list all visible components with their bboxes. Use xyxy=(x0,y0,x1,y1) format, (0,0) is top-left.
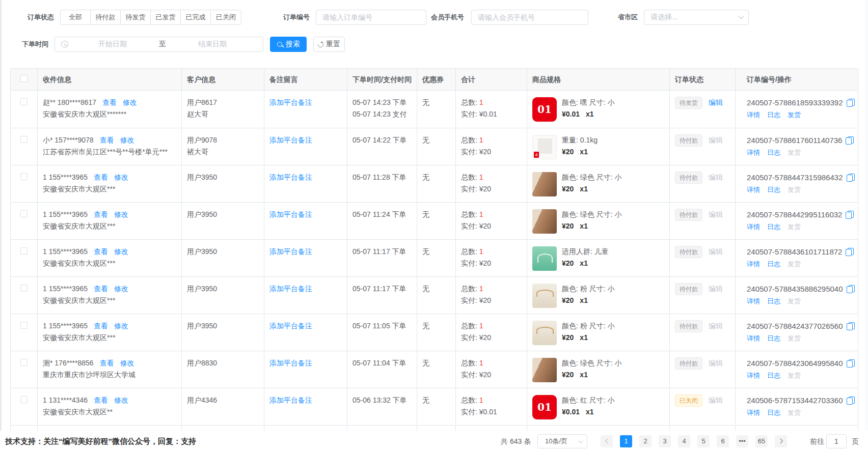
edit-order-link[interactable]: 编辑 xyxy=(709,396,723,404)
op-link-3[interactable]: 发货 xyxy=(788,409,801,416)
op-link-3[interactable]: 发货 xyxy=(788,111,801,119)
view-link[interactable]: 查看 xyxy=(94,322,108,330)
row-checkbox[interactable] xyxy=(20,210,28,217)
copy-icon[interactable] xyxy=(846,211,853,219)
op-link-1[interactable]: 详情 xyxy=(747,334,760,342)
view-link[interactable]: 查看 xyxy=(94,210,108,218)
op-link-2[interactable]: 日志 xyxy=(767,409,780,416)
modify-link[interactable]: 修改 xyxy=(114,285,128,293)
page-button-5[interactable]: 5 xyxy=(697,435,710,447)
next-page-button[interactable] xyxy=(775,435,787,447)
copy-icon[interactable] xyxy=(846,248,853,256)
op-link-1[interactable]: 详情 xyxy=(747,409,760,416)
modify-link[interactable]: 修改 xyxy=(114,396,128,404)
status-tab-待发货[interactable]: 待发货 xyxy=(121,10,151,24)
op-link-1[interactable]: 详情 xyxy=(747,372,760,379)
edit-order-link[interactable]: 编辑 xyxy=(709,210,723,218)
copy-icon[interactable] xyxy=(847,285,854,293)
copy-icon[interactable] xyxy=(847,397,854,405)
op-link-2[interactable]: 日志 xyxy=(767,111,780,119)
op-link-2[interactable]: 日志 xyxy=(767,372,780,379)
status-tab-已关闭[interactable]: 已关闭 xyxy=(211,10,241,24)
right-scrollbar-track[interactable] xyxy=(865,0,868,452)
status-tab-待付款[interactable]: 待付款 xyxy=(91,10,121,24)
add-remark-link[interactable]: 添加平台备注 xyxy=(269,396,312,404)
page-button-•••[interactable]: ••• xyxy=(736,435,748,447)
copy-icon[interactable] xyxy=(847,174,854,182)
modify-link[interactable]: 修改 xyxy=(120,359,134,367)
add-remark-link[interactable]: 添加平台备注 xyxy=(269,285,312,293)
modify-link[interactable]: 修改 xyxy=(120,136,134,144)
copy-icon[interactable] xyxy=(847,99,854,107)
page-button-3[interactable]: 3 xyxy=(659,435,671,447)
add-remark-link[interactable]: 添加平台备注 xyxy=(269,210,312,218)
op-link-1[interactable]: 详情 xyxy=(747,186,760,193)
view-link[interactable]: 查看 xyxy=(94,173,108,181)
add-remark-link[interactable]: 添加平台备注 xyxy=(269,322,312,330)
goto-page-input[interactable] xyxy=(826,434,847,448)
op-link-1[interactable]: 详情 xyxy=(747,223,760,231)
modify-link[interactable]: 修改 xyxy=(114,173,128,181)
view-link[interactable]: 查看 xyxy=(94,285,108,293)
op-link-1[interactable]: 详情 xyxy=(747,260,760,268)
row-checkbox[interactable] xyxy=(20,396,28,403)
op-link-2[interactable]: 日志 xyxy=(767,260,780,268)
add-remark-link[interactable]: 添加平台备注 xyxy=(269,173,312,181)
row-checkbox[interactable] xyxy=(20,322,28,329)
region-select[interactable]: 请选择... xyxy=(644,10,749,25)
page-button-6[interactable]: 6 xyxy=(717,435,729,447)
date-range-picker[interactable]: 开始日期 至 结束日期 xyxy=(55,37,263,52)
status-tab-已完成[interactable]: 已完成 xyxy=(181,10,211,24)
edit-order-link[interactable]: 编辑 xyxy=(709,359,723,367)
modify-link[interactable]: 修改 xyxy=(114,247,128,256)
op-link-3[interactable]: 发货 xyxy=(788,223,801,231)
modify-link[interactable]: 修改 xyxy=(123,98,137,106)
select-all-checkbox[interactable] xyxy=(20,75,28,82)
row-checkbox[interactable] xyxy=(20,173,28,180)
row-checkbox[interactable] xyxy=(20,285,28,292)
op-link-1[interactable]: 详情 xyxy=(747,297,760,305)
status-tab-已发货[interactable]: 已发货 xyxy=(151,10,181,24)
edit-order-link[interactable]: 编辑 xyxy=(709,98,723,106)
order-no-input[interactable] xyxy=(316,10,426,25)
prev-page-button[interactable] xyxy=(601,435,613,447)
edit-order-link[interactable]: 编辑 xyxy=(709,247,723,256)
status-tab-全部[interactable]: 全部 xyxy=(61,10,91,24)
op-link-2[interactable]: 日志 xyxy=(767,334,780,342)
member-phone-input[interactable] xyxy=(471,10,588,25)
op-link-2[interactable]: 日志 xyxy=(767,186,780,193)
edit-order-link[interactable]: 编辑 xyxy=(709,136,723,144)
search-button[interactable]: 搜索 xyxy=(270,37,307,52)
view-link[interactable]: 查看 xyxy=(100,136,114,144)
view-link[interactable]: 查看 xyxy=(102,98,117,106)
modify-link[interactable]: 修改 xyxy=(114,210,128,218)
view-link[interactable]: 查看 xyxy=(94,247,108,256)
view-link[interactable]: 查看 xyxy=(100,359,114,367)
page-button-65[interactable]: 65 xyxy=(755,435,768,447)
copy-icon[interactable] xyxy=(847,359,854,368)
op-link-3[interactable]: 发货 xyxy=(788,372,801,379)
op-link-3[interactable]: 发货 xyxy=(788,334,801,342)
edit-order-link[interactable]: 编辑 xyxy=(709,285,723,293)
op-link-3[interactable]: 发货 xyxy=(788,186,801,193)
add-remark-link[interactable]: 添加平台备注 xyxy=(269,136,312,144)
modify-link[interactable]: 修改 xyxy=(114,322,128,330)
copy-icon[interactable] xyxy=(846,136,853,145)
edit-order-link[interactable]: 编辑 xyxy=(709,322,723,330)
op-link-2[interactable]: 日志 xyxy=(767,149,780,156)
add-remark-link[interactable]: 添加平台备注 xyxy=(269,359,312,367)
add-remark-link[interactable]: 添加平台备注 xyxy=(269,98,312,106)
page-button-2[interactable]: 2 xyxy=(639,435,652,447)
view-link[interactable]: 查看 xyxy=(94,396,108,404)
op-link-2[interactable]: 日志 xyxy=(767,297,780,305)
row-checkbox[interactable] xyxy=(20,359,28,366)
op-link-3[interactable]: 发货 xyxy=(788,297,801,305)
add-remark-link[interactable]: 添加平台备注 xyxy=(269,247,312,256)
row-checkbox[interactable] xyxy=(20,247,28,255)
page-button-4[interactable]: 4 xyxy=(678,435,690,447)
op-link-3[interactable]: 发货 xyxy=(788,260,801,268)
row-checkbox[interactable] xyxy=(20,98,28,105)
op-link-1[interactable]: 详情 xyxy=(747,149,760,156)
row-checkbox[interactable] xyxy=(20,136,28,143)
op-link-3[interactable]: 发货 xyxy=(788,149,801,156)
